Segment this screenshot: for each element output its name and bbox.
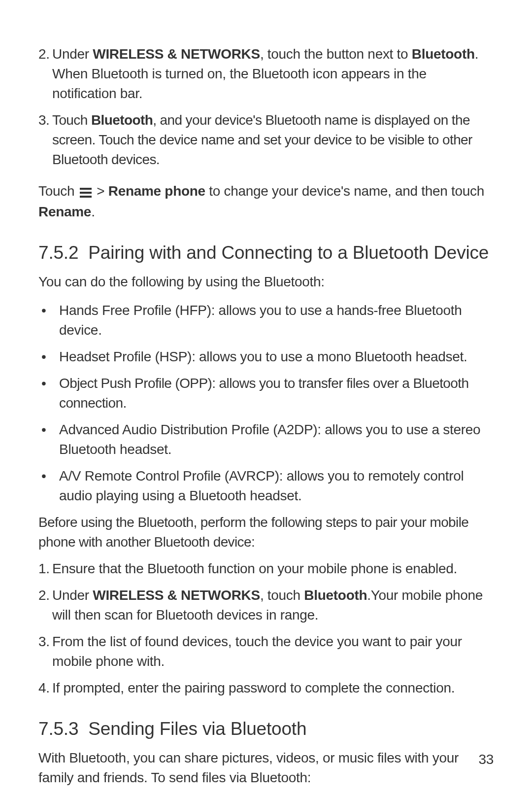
text: , touch	[260, 588, 304, 603]
numbered-step: 2. Under WIRELESS & NETWORKS, touch the …	[38, 44, 494, 104]
bullet-dot: •	[38, 466, 59, 506]
text: Under	[52, 588, 93, 603]
bold-text: WIRELESS & NETWORKS	[93, 46, 260, 62]
text: to change your device's name, and then t…	[205, 183, 484, 199]
numbered-step: 2. Under WIRELESS & NETWORKS, touch Blue…	[38, 586, 494, 625]
step-number: 3.	[38, 110, 52, 170]
bullet-dot: •	[38, 374, 59, 413]
bullet-dot: •	[38, 347, 59, 367]
section-title: Pairing with and Connecting to a Bluetoo…	[88, 243, 489, 263]
bullet-item: • A/V Remote Control Profile (AVRCP): al…	[38, 466, 494, 506]
svg-rect-2	[80, 196, 92, 198]
bold-text: Bluetooth	[412, 46, 475, 62]
paragraph: Before using the Bluetooth, perform the …	[38, 513, 494, 552]
section-heading-752: 7.5.2Pairing with and Connecting to a Bl…	[38, 243, 494, 263]
bullet-body: Advanced Audio Distribution Profile (A2D…	[59, 420, 494, 459]
numbered-step: 1. Ensure that the Bluetooth function on…	[38, 559, 494, 579]
bullet-dot: •	[38, 301, 59, 340]
step-number: 3.	[38, 632, 52, 671]
step-body: Touch Bluetooth, and your device's Bluet…	[52, 110, 494, 170]
bold-text: Rename phone	[108, 183, 205, 199]
numbered-step: 3. From the list of found devices, touch…	[38, 632, 494, 671]
text: >	[93, 183, 108, 199]
bold-text: Rename	[38, 204, 91, 219]
bullet-item: • Object Push Profile (OPP): allows you …	[38, 374, 494, 413]
step-body: Under WIRELESS & NETWORKS, touch the but…	[52, 44, 494, 104]
bold-text: Bluetooth	[304, 588, 367, 603]
text: Touch	[52, 112, 91, 128]
text: .	[91, 204, 95, 219]
bullet-dot: •	[38, 420, 59, 459]
numbered-step: 4. If prompted, enter the pairing passwo…	[38, 678, 494, 698]
step-body: Ensure that the Bluetooth function on yo…	[52, 559, 494, 579]
intro-paragraph: With Bluetooth, you can share pictures, …	[38, 748, 494, 788]
step-number: 4.	[38, 678, 52, 698]
section-title: Sending Files via Bluetooth	[88, 719, 306, 739]
section-number: 7.5.3	[38, 719, 78, 739]
numbered-step: 3. Touch Bluetooth, and your device's Bl…	[38, 110, 494, 170]
intro-paragraph: You can do the following by using the Bl…	[38, 272, 494, 292]
text: Touch	[38, 183, 78, 199]
page-number: 33	[478, 752, 494, 767]
bullet-item: • Advanced Audio Distribution Profile (A…	[38, 420, 494, 459]
menu-icon	[78, 182, 93, 202]
bullet-body: Headset Profile (HSP): allows you to use…	[59, 347, 494, 367]
step-number: 1.	[38, 559, 52, 579]
bullet-body: Hands Free Profile (HFP): allows you to …	[59, 301, 494, 340]
text: , touch the button next to	[260, 46, 412, 62]
svg-rect-0	[80, 188, 92, 190]
step-body: If prompted, enter the pairing password …	[52, 678, 494, 698]
step-body: From the list of found devices, touch th…	[52, 632, 494, 671]
step-body: Under WIRELESS & NETWORKS, touch Bluetoo…	[52, 586, 494, 625]
bold-text: WIRELESS & NETWORKS	[93, 588, 260, 603]
bullet-item: • Headset Profile (HSP): allows you to u…	[38, 347, 494, 367]
step-number: 2.	[38, 586, 52, 625]
bullet-body: Object Push Profile (OPP): allows you to…	[59, 374, 494, 413]
bullet-body: A/V Remote Control Profile (AVRCP): allo…	[59, 466, 494, 506]
section-heading-753: 7.5.3Sending Files via Bluetooth	[38, 719, 494, 739]
bullet-item: • Hands Free Profile (HFP): allows you t…	[38, 301, 494, 340]
svg-rect-1	[80, 192, 92, 194]
section-number: 7.5.2	[38, 243, 78, 263]
step-number: 2.	[38, 44, 52, 104]
instruction-paragraph: Touch > Rename phone to change your devi…	[38, 181, 494, 222]
text: Under	[52, 46, 93, 62]
bold-text: Bluetooth	[91, 112, 153, 128]
